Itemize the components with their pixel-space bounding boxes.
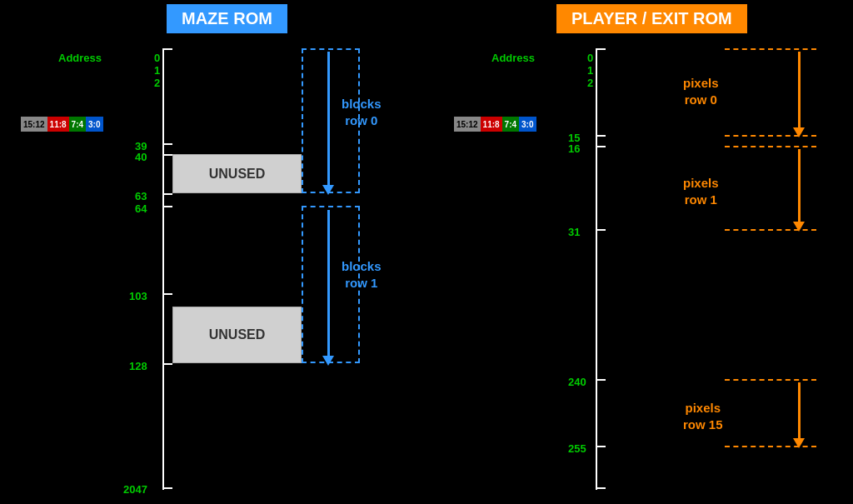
maze-blocks-row1-label: blocksrow 1 — [342, 258, 382, 291]
maze-address-header: Address — [58, 52, 102, 64]
maze-blue-arrow-line-1 — [327, 210, 330, 357]
maze-blue-arrowhead-0 — [322, 185, 334, 195]
maze-tick-63 — [162, 193, 172, 195]
maze-bitfield-row: 15:12 11:8 7:4 3:0 — [21, 117, 103, 132]
maze-blue-arrowhead-1 — [322, 356, 334, 366]
player-tick-255 — [596, 446, 606, 447]
player-address-header: Address — [491, 52, 535, 64]
maze-vline — [162, 48, 164, 490]
maze-bit-11-8: 11:8 — [47, 117, 69, 132]
player-bit-3-0: 3:0 — [519, 117, 536, 132]
maze-tick-128 — [162, 363, 172, 365]
maze-tick-64 — [162, 206, 172, 207]
maze-addr-64: 64 — [135, 202, 147, 215]
pixels-row1-arrow-line — [798, 149, 801, 223]
maze-blocks-row0-label: blocksrow 0 — [342, 96, 382, 128]
maze-tick-2047 — [162, 487, 172, 489]
player-bit-15-12: 15:12 — [454, 117, 481, 132]
player-bitfield-row: 15:12 11:8 7:4 3:0 — [454, 117, 536, 132]
maze-blue-arrow-line-0 — [327, 52, 330, 187]
player-bit-11-8: 11:8 — [481, 117, 502, 132]
maze-unused-block-2: UNUSED — [172, 307, 302, 363]
pixels-row0-label: pixelsrow 0 — [683, 75, 719, 107]
pixels-row1-arrowhead — [793, 222, 805, 232]
diagram-container: MAZE ROM PLAYER / EXIT ROM Address 0 1 2… — [0, 0, 853, 504]
maze-addr-63: 63 — [135, 190, 147, 202]
player-tick-240 — [596, 379, 606, 381]
pixels-row0-arrowhead — [793, 127, 805, 137]
maze-tick-103 — [162, 293, 172, 295]
pixels-row1-top-line — [725, 146, 816, 147]
player-tick-15 — [596, 135, 606, 137]
pixels-row15-arrowhead — [793, 438, 805, 448]
maze-tick-40 — [162, 154, 172, 156]
maze-bit-3-0: 3:0 — [86, 117, 102, 132]
player-addr-31: 31 — [568, 226, 580, 238]
maze-addr-0: 0 — [154, 52, 160, 64]
player-addr-240: 240 — [568, 376, 586, 388]
pixels-row15-label: pixelsrow 15 — [683, 400, 723, 432]
pixels-row1-label: pixelsrow 1 — [683, 175, 719, 207]
maze-addr-40: 40 — [135, 151, 147, 163]
maze-addr-103: 103 — [129, 290, 147, 302]
pixels-row0-arrow-line — [798, 52, 801, 129]
maze-tick-39 — [162, 143, 172, 145]
pixels-row15-top-line — [725, 379, 816, 381]
maze-addr-2: 2 — [154, 77, 160, 89]
player-exit-rom-title: PLAYER / EXIT ROM — [556, 4, 747, 33]
pixels-row0-top-line — [725, 48, 816, 50]
maze-addr-2047: 2047 — [123, 483, 147, 496]
player-tick-end — [596, 487, 606, 489]
player-tick-0 — [596, 48, 606, 50]
pixels-row15-arrow-line — [798, 382, 801, 440]
maze-tick-0 — [162, 48, 172, 50]
maze-bit-15-12: 15:12 — [21, 117, 47, 132]
maze-unused-block-1: UNUSED — [172, 154, 302, 193]
player-addr-16: 16 — [568, 142, 580, 155]
player-tick-16 — [596, 146, 606, 147]
player-bit-7-4: 7:4 — [502, 117, 519, 132]
player-addr-2: 2 — [587, 77, 593, 89]
player-vline — [596, 48, 597, 490]
player-addr-255: 255 — [568, 442, 586, 455]
player-tick-31 — [596, 229, 606, 231]
maze-bit-7-4: 7:4 — [69, 117, 86, 132]
player-addr-0: 0 — [587, 52, 593, 64]
maze-rom-title: MAZE ROM — [167, 4, 287, 33]
maze-addr-1: 1 — [154, 64, 160, 77]
player-addr-1: 1 — [587, 64, 593, 77]
maze-addr-128: 128 — [129, 360, 147, 372]
